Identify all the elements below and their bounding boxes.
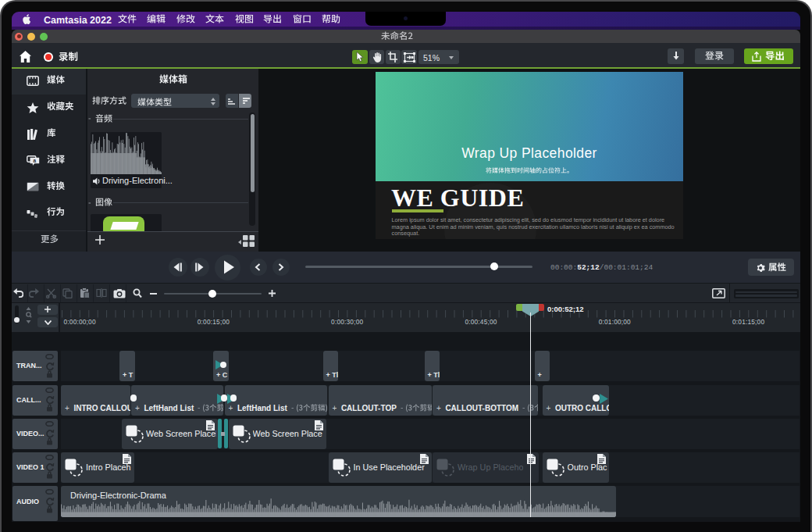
svg-text:a: a	[33, 158, 36, 163]
